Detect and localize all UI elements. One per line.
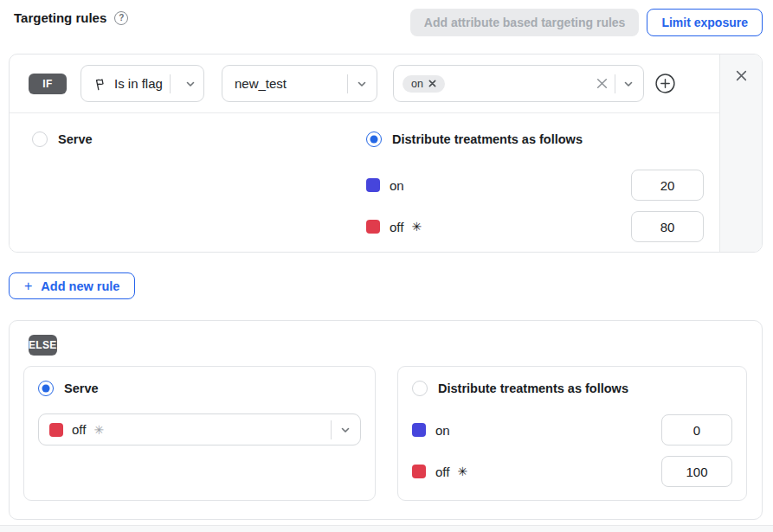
chevron-down-icon xyxy=(356,78,368,90)
header-buttons: Add attribute based targeting rules Limi… xyxy=(410,9,763,36)
treatment-off-swatch xyxy=(366,220,380,234)
if-condition-row: IF Is in flag new_test xyxy=(10,54,719,113)
add-new-rule-button[interactable]: + Add new rule xyxy=(9,272,135,299)
header: Targeting rules ? Add attribute based ta… xyxy=(0,0,773,36)
treatment-off-swatch xyxy=(412,465,426,478)
else-distribute-label[interactable]: Distribute treatments as follows xyxy=(438,381,628,395)
add-condition-button[interactable] xyxy=(654,73,676,95)
chevron-down-icon xyxy=(184,78,196,90)
else-distribute-radio[interactable] xyxy=(412,381,428,396)
if-rule-main: IF Is in flag new_test xyxy=(10,54,719,252)
limit-exposure-button[interactable]: Limit exposure xyxy=(647,9,763,36)
flag-icon xyxy=(93,75,109,92)
if-rule-card: IF Is in flag new_test xyxy=(9,54,763,253)
else-serve-label[interactable]: Serve xyxy=(64,381,99,395)
add-new-rule-label: Add new rule xyxy=(41,279,119,293)
treatment-row-on: on xyxy=(412,414,732,445)
treatment-on-swatch xyxy=(366,178,380,192)
plus-circle-icon xyxy=(654,73,676,94)
delete-rule-button[interactable] xyxy=(733,67,750,84)
title-wrap: Targeting rules ? xyxy=(14,9,128,25)
flag-select[interactable]: new_test xyxy=(222,65,377,102)
else-treatment-off-percent-input[interactable] xyxy=(661,456,732,487)
else-options-grid: Serve off ✳ Distribute treatments as fol… xyxy=(23,366,747,501)
default-treatment-icon: ✳ xyxy=(411,220,422,234)
matcher-select[interactable]: Is in flag xyxy=(81,65,204,102)
else-treatment-on-percent-input[interactable] xyxy=(661,414,732,445)
distribute-label[interactable]: Distribute treatments as follows xyxy=(392,132,583,146)
else-serve-treatment-select[interactable]: off ✳ xyxy=(38,413,361,445)
default-treatment-icon: ✳ xyxy=(93,423,104,437)
distribute-option-column: Distribute treatments as follows on off … xyxy=(366,131,719,252)
serve-radio[interactable] xyxy=(32,131,48,147)
rule-side-column xyxy=(719,54,762,252)
treatment-tag-label: on xyxy=(411,78,423,90)
plus-icon: + xyxy=(24,279,32,293)
distribute-radio[interactable] xyxy=(366,131,382,147)
treatment-tag: on xyxy=(403,75,445,93)
next-section-divider xyxy=(0,525,773,532)
divider xyxy=(615,74,615,93)
tag-remove-icon[interactable] xyxy=(428,80,436,87)
else-badge: ELSE xyxy=(29,335,57,356)
treatment-off-percent-input[interactable] xyxy=(631,211,704,242)
targeting-rules-screen: Targeting rules ? Add attribute based ta… xyxy=(0,0,773,532)
else-rule-card: ELSE Serve off ✳ xyxy=(9,320,763,520)
treatment-on-swatch xyxy=(412,423,426,437)
else-distribute-card: Distribute treatments as follows on off … xyxy=(397,366,747,501)
chevron-down-icon xyxy=(339,424,351,436)
treatment-name: on xyxy=(435,423,450,438)
treatment-on-percent-input[interactable] xyxy=(631,170,704,201)
else-serve-radio[interactable] xyxy=(38,381,54,396)
flag-select-value: new_test xyxy=(235,76,287,91)
matcher-select-value: Is in flag xyxy=(114,76,163,91)
default-treatment-icon: ✳ xyxy=(457,465,467,478)
treatment-off-swatch xyxy=(49,423,63,437)
serve-option-column: Serve xyxy=(10,131,366,252)
treatment-multiselect[interactable]: on xyxy=(393,65,644,102)
treatment-row-on: on xyxy=(366,170,704,201)
clear-icon[interactable] xyxy=(596,77,615,90)
else-serve-card: Serve off ✳ xyxy=(23,366,376,501)
treatment-name: off xyxy=(435,465,449,479)
treatment-name: off xyxy=(390,220,403,234)
treatment-row-off: off ✳ xyxy=(366,211,704,242)
serve-label[interactable]: Serve xyxy=(58,132,93,146)
help-icon[interactable]: ? xyxy=(114,11,128,25)
treatment-row-off: off ✳ xyxy=(412,456,732,487)
chevron-down-icon xyxy=(622,78,635,90)
if-badge: IF xyxy=(29,74,67,94)
treatment-name: off xyxy=(72,422,86,437)
if-serve-section: Serve Distribute treatments as follows o… xyxy=(10,113,719,252)
page-title: Targeting rules xyxy=(14,10,106,25)
divider xyxy=(331,420,332,439)
divider xyxy=(170,74,171,93)
close-icon xyxy=(735,69,748,82)
divider xyxy=(347,74,348,93)
treatment-name: on xyxy=(390,178,404,193)
add-attribute-rules-button[interactable]: Add attribute based targeting rules xyxy=(410,9,640,36)
